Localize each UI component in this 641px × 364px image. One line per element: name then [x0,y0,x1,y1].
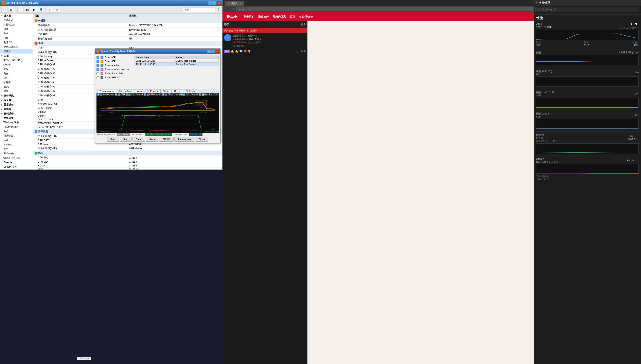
nav-item-baidu[interactable]: 百度 [290,15,295,18]
sidebar-item-cpu[interactable]: 中央处理器(CPU) [0,58,33,62]
sidebar-item-display[interactable]: ▶ 显示设备 [0,102,33,107]
svg-rect-35 [536,98,638,108]
toolbar-btn6[interactable]: 👤 [38,7,44,12]
sidebar-item-overclock[interactable]: 超频 [0,36,33,40]
tab-coolingfans[interactable]: Cooling Fans [117,89,134,93]
toolbar-back-button[interactable]: ↩ [2,7,8,12]
legend-item-cpucore3[interactable]: CPU Core #3 [162,93,180,96]
nav-item-discount[interactable]: 帮您购优惠 [273,15,286,18]
sidebar-item-browserhistory[interactable]: 浏览器历史记录 [0,156,33,160]
sidebar-item-routing[interactable]: 路由 [0,147,33,151]
toolbar-grid-button[interactable]: ⊞ [8,7,14,12]
tab-temperatures[interactable]: Temperatures [97,89,116,93]
legend-checkbox-cpucore2[interactable] [144,93,146,96]
nav-item-suning[interactable]: 苏宁易购 [244,15,254,18]
legend-item-geil[interactable]: GeIL P3L 1TB [199,93,217,96]
start-button[interactable]: Start [107,137,119,142]
legend-item-cpu[interactable]: CPU [115,93,125,96]
stress-cache-checkbox[interactable] [96,64,99,67]
sidebar-item-network[interactable]: ▼ 网络设备 [0,116,33,120]
sidebar-item-dxfiles[interactable]: DirectX 文件 [0,165,33,169]
sidebar-item-dxvideo[interactable]: DirectX 视频 [0,169,33,170]
chat-close-btn[interactable]: 更多 [301,23,306,26]
tm-search-input[interactable] [535,7,639,12]
sidebar-item-sensors[interactable]: 传感器 [0,49,33,54]
maximize-button[interactable]: □ [212,1,216,5]
legend-item-cpucore2[interactable]: CPU Core #2 [144,93,161,96]
sidebar-item-overview[interactable]: 系统概述 [0,18,33,22]
nav-item-ctrip[interactable]: 携程旅行 [258,15,269,18]
preferences-button[interactable]: Preferences [174,137,194,142]
sidebar-item-dmi[interactable]: DMI [0,27,33,31]
sidebar-item-storage[interactable]: ▶ 存储设备 [0,111,33,116]
legend-item-motherboard[interactable]: Motherboard [97,93,114,96]
toolbar-btn5[interactable]: ▶ [31,7,37,12]
dialog-minimize-button[interactable]: ─ [207,50,210,53]
stress-gpu-checkbox[interactable] [96,76,99,79]
legend-checkbox-cpucore3[interactable] [162,93,164,96]
legend-checkbox-motherboard[interactable] [97,93,100,96]
stress-cpu-checkbox[interactable] [96,56,99,59]
dialog-close-x-button[interactable]: ✕ [215,50,219,53]
stress-disk-checkbox[interactable] [96,72,99,75]
toolbar-btn4[interactable]: ◧ [24,7,30,12]
sidebar-item-powermgmt[interactable]: 电源管理 [0,40,33,45]
sidebar-item-cpuid[interactable]: CPUID [0,62,33,67]
close-button[interactable]: ✕ [217,1,221,5]
sidebar-item-bios[interactable]: BIOS [0,85,33,89]
browser-refresh-btn[interactable]: ↺ [232,8,235,11]
sidebar-item-ipmi[interactable]: IPMI [0,31,33,36]
sidebar-item-portable[interactable]: 便携式计算机 [0,45,33,49]
clear-button[interactable]: Clear [132,137,145,142]
cpuid-button[interactable]: CPUID [159,137,173,142]
nav-item-process[interactable]: ⊙ 处理GPU [299,15,313,18]
tab-statistics[interactable]: Statistics [184,89,197,93]
legend-checkbox-geil[interactable] [199,93,201,96]
tab-powers[interactable]: Powers [148,89,160,93]
stress-memory-checkbox[interactable] [96,68,99,71]
sidebar-item-motherboard[interactable]: ▼ 主板 [0,54,33,58]
sidebar-item-chipset[interactable]: 芯片组 [0,80,33,85]
sidebar-item-os[interactable]: ▶ 操作系统 [0,94,33,98]
sidebar-item-spd[interactable]: SPD [0,76,33,80]
toolbar-refresh-button[interactable]: ↺ [54,7,60,12]
save-button[interactable]: Save [146,137,158,142]
legend-checkbox-cpucore1[interactable] [126,93,128,96]
dialog-maximize-button[interactable]: □ [211,50,215,53]
tab-clocks[interactable]: Clocks [160,89,171,93]
sidebar-item-computername[interactable]: 计算机名称 [0,22,33,27]
toolbar-btn7[interactable]: F [47,7,53,12]
browser-back-btn[interactable]: ← [224,8,227,11]
stop-button[interactable]: Stop [120,137,132,142]
sidebar-item-acpi[interactable]: ACPI [0,89,33,94]
minimize-button[interactable]: ─ [208,1,212,5]
legend-checkbox-cpu[interactable] [115,93,117,96]
tab-unified[interactable]: Unified [172,89,183,93]
stress-fpu-checkbox[interactable] [96,60,99,63]
sidebar-item-mb[interactable]: 主板 [0,67,33,71]
browser-forward-btn[interactable]: → [228,8,231,11]
sidebar-item-multimedia[interactable]: ▶ 多媒体 [0,107,33,111]
toolbar-btn3[interactable]: ─ [18,7,24,12]
sidebar-item-computer[interactable]: ▼ 计算机 [0,14,33,18]
toolbar-menu-button[interactable]: ⋮ [216,7,221,12]
sidebar-item-directx[interactable]: ▼ DirectX [0,160,33,165]
sidebar-label-network: 网络设备 [4,116,14,120]
legend-item-cpucore4[interactable]: CPU Core #4 [180,93,198,96]
sidebar-item-iecookie[interactable]: IE Cookie [0,151,33,156]
legend-checkbox-cpucore4[interactable] [180,93,183,96]
search-input[interactable] [183,7,216,12]
sidebar-item-ras[interactable]: RAS [0,129,33,134]
sidebar-item-iam[interactable]: IAM [0,138,33,142]
legend-item-cpucore1[interactable]: CPU Core #1 [126,93,143,96]
browser-tab-active[interactable]: ⭕ 唯品会 ✕ [225,1,244,6]
sidebar-item-pcinetwork[interactable]: PCI/PnP 网络 [0,125,33,129]
sidebar-item-netres[interactable]: 网络资源 [0,134,33,138]
close-dialog-button[interactable]: Close [195,137,208,142]
browser-tab-close[interactable]: ✕ [239,2,241,5]
sidebar-item-winnet[interactable]: Windows 网络 [0,120,33,125]
tab-voltages[interactable]: Voltages [135,89,148,93]
sidebar-item-server[interactable]: ▶ 服务器 [0,98,33,102]
sidebar-item-internet[interactable]: Internet [0,142,33,147]
sidebar-item-memory[interactable]: 内存 [0,71,33,76]
